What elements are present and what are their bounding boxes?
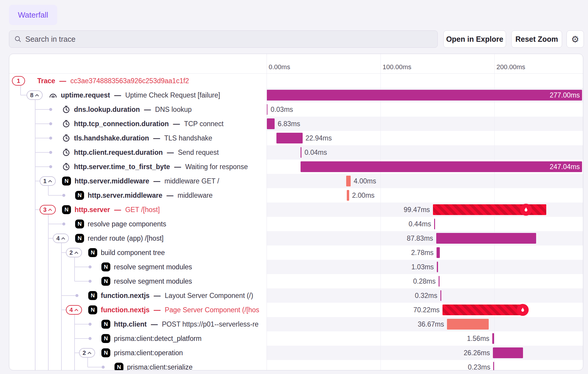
trace-row[interactable]: 1Trace—cc3ae3748883563a926c253d9aa1c1f2: [9, 74, 583, 88]
tree-guide-line: [35, 360, 35, 370]
trace-row[interactable]: Nprisma:client:serialize0.23ms: [9, 360, 583, 370]
separator-dash: —: [172, 120, 180, 128]
trace-row[interactable]: 1Nhttp.server.middleware—middleware GET …: [9, 174, 583, 188]
tree-guide-line: [48, 288, 49, 303]
trace-row[interactable]: http.server.time_to_first_byte—Waiting f…: [9, 160, 583, 174]
duration-bar[interactable]: [437, 247, 440, 258]
span-count-badge[interactable]: 2: [66, 248, 82, 257]
row-waterfall-cell: 87.83ms: [267, 231, 583, 245]
duration-bar[interactable]: [447, 319, 489, 330]
trace-row[interactable]: Nresolve page components0.44ms: [9, 217, 583, 231]
span-description: Nresolve segment modules: [101, 274, 192, 288]
duration-label: 0.32ms: [415, 288, 437, 303]
badge-count: 1: [17, 78, 20, 84]
span-count-badge[interactable]: 8: [27, 90, 43, 100]
span-desc-text: Waiting for response: [185, 163, 248, 171]
settings-button[interactable]: ⚙: [567, 30, 584, 48]
span-count-badge[interactable]: 1: [40, 176, 56, 186]
tree-guide-dot: [102, 366, 105, 369]
tree-guide-line: [48, 260, 49, 274]
duration-bar[interactable]: [493, 347, 523, 358]
tree-guide-dot: [89, 337, 92, 340]
duration-bar[interactable]: [434, 219, 435, 229]
search-input[interactable]: [25, 35, 433, 44]
trace-row[interactable]: http.client.request.duration—Send reques…: [9, 145, 583, 160]
duration-bar[interactable]: [436, 233, 536, 244]
separator-dash: —: [150, 320, 158, 328]
trace-row[interactable]: http.tcp_connection.duration—TCP connect…: [9, 117, 583, 131]
duration-label: 0.04ms: [304, 145, 327, 160]
reset-zoom-button[interactable]: Reset Zoom: [511, 30, 562, 48]
duration-bar[interactable]: [346, 176, 351, 186]
chevron-up-icon: [74, 251, 78, 254]
trace-row[interactable]: 8uptime.request—Uptime Check Request [fa…: [9, 88, 583, 102]
duration-bar[interactable]: [440, 290, 441, 301]
duration-bar[interactable]: [301, 161, 582, 172]
span-description: http.client.request.duration—Send reques…: [62, 145, 219, 160]
tree-guide-dot: [89, 280, 92, 283]
trace-row[interactable]: Nhttp.server.middleware—middleware2.00ms: [9, 188, 583, 203]
span-description: Nresolve segment modules: [101, 260, 192, 274]
span-count-badge[interactable]: 4: [53, 234, 69, 243]
span-op-name: uptime.request: [61, 91, 110, 99]
row-waterfall-cell: 4.00ms: [267, 174, 583, 188]
duration-bar[interactable]: [276, 133, 303, 143]
row-waterfall-cell: 1.56ms: [267, 331, 583, 346]
duration-bar[interactable]: [301, 147, 301, 158]
span-count-badge[interactable]: 2: [79, 348, 95, 358]
duration-label: 87.83ms: [407, 231, 433, 245]
panel-divider[interactable]: [267, 54, 267, 370]
duration-bar[interactable]: [439, 276, 440, 287]
nextjs-icon: N: [75, 234, 84, 243]
trace-row[interactable]: Nresolve segment modules0.28ms: [9, 274, 583, 288]
trace-row[interactable]: tls.handshake.duration—TLS handshake22.9…: [9, 131, 583, 145]
tree-guide-line: [48, 303, 49, 317]
trace-row[interactable]: dns.lookup.duration—DNS lookup0.03ms: [9, 102, 583, 117]
duration-bar[interactable]: [493, 362, 494, 370]
duration-bar[interactable]: [442, 305, 522, 315]
span-op-name: http.server.middleware: [75, 177, 149, 185]
duration-bar[interactable]: [347, 190, 349, 201]
span-count-badge[interactable]: 3: [40, 205, 56, 214]
search-icon: [14, 35, 22, 43]
tree-guide-line: [48, 274, 49, 288]
nextjs-icon: N: [62, 177, 71, 186]
trace-row[interactable]: Nprisma:client:detect_platform1.56ms: [9, 331, 583, 346]
row-waterfall-cell: 26.26ms: [267, 346, 583, 360]
trace-rows: 1Trace—cc3ae3748883563a926c253d9aa1c1f28…: [9, 74, 583, 370]
duration-label: 0.44ms: [408, 217, 431, 231]
trace-row[interactable]: 4Nfunction.nextjs—Page Server Component …: [9, 303, 583, 317]
span-desc-text: cc3ae3748883563a926c253d9aa1c1f2: [70, 77, 189, 85]
row-tree-cell: Nprisma:client:detect_platform: [9, 331, 267, 346]
tab-waterfall[interactable]: Waterfall: [9, 5, 57, 25]
separator-dash: —: [153, 306, 161, 314]
tree-guide-dot: [49, 165, 52, 168]
trace-row[interactable]: 3Nhttp.server—GET /[host]99.47ms: [9, 203, 583, 217]
search-box[interactable]: [9, 30, 438, 48]
row-waterfall-cell: 0.32ms: [267, 288, 583, 303]
duration-bar[interactable]: [267, 118, 275, 129]
badge-count: 3: [43, 206, 47, 213]
separator-dash: —: [166, 149, 174, 157]
tree-guide-line: [48, 188, 49, 195]
duration-bar[interactable]: [437, 262, 438, 272]
trace-row[interactable]: Nhttp.client—POST https://p01--serverles…: [9, 317, 583, 331]
badge-count: 4: [56, 235, 60, 242]
duration-bar[interactable]: [492, 333, 494, 344]
row-waterfall-cell: 6.83ms: [267, 117, 583, 131]
open-in-explore-button[interactable]: Open in Explore: [443, 30, 506, 48]
trace-row[interactable]: 2Nprisma:client:operation26.26ms: [9, 346, 583, 360]
tree-guide-dot: [49, 137, 52, 140]
trace-row[interactable]: Nfunction.nextjs—Layout Server Component…: [9, 288, 583, 303]
gridline-100ms: [380, 54, 381, 370]
tree-guide-line: [75, 338, 90, 339]
tree-guide-line: [21, 95, 27, 95]
trace-row[interactable]: 2Nbuild component tree2.78ms: [9, 245, 583, 260]
span-op-name: resolve segment modules: [114, 277, 192, 285]
tree-guide-line: [61, 346, 62, 360]
span-count-badge[interactable]: 1: [12, 76, 25, 86]
duration-bar[interactable]: [267, 90, 582, 101]
span-count-badge[interactable]: 4: [66, 305, 82, 315]
trace-row[interactable]: Nresolve segment modules1.03ms: [9, 260, 583, 274]
trace-row[interactable]: 4Nrender route (app) /[host]87.83ms: [9, 231, 583, 245]
